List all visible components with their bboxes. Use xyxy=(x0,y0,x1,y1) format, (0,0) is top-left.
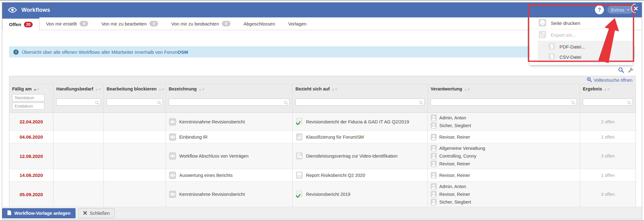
workflow-row[interactable]: 04.06.2020Einbindung IRKlassifizierung f… xyxy=(9,131,636,143)
workflow-row[interactable]: 05.09.2020Kenntnisnahme Revisionsbericht… xyxy=(9,182,636,207)
workflow-eye-icon xyxy=(169,118,176,126)
responsible-person: Allgemeine Verwaltung xyxy=(431,145,577,152)
chart-icon xyxy=(295,133,303,141)
tab-abgeschlossen[interactable]: Abgeschlossen xyxy=(237,17,282,30)
startdate-filter-input[interactable] xyxy=(12,94,44,101)
tab-label: Von mir erstellt xyxy=(46,21,77,26)
column-header-bezieht-sich-auf[interactable]: Bezieht sich auf xyxy=(293,84,428,93)
fulltext-search-toggle[interactable]: Volltextsuche öffnen xyxy=(9,76,636,84)
workflow-eye-icon xyxy=(169,152,176,160)
ergebnis-filter-input[interactable] xyxy=(583,99,633,106)
workflow-name[interactable]: Kenntnisnahme Revisionsbericht xyxy=(179,192,245,197)
workflow-name[interactable]: Workflow Abschluss von Verträgen xyxy=(179,154,249,159)
screen-top-edge xyxy=(0,0,644,1)
workflow-name[interactable]: Auswertung eines Berichts xyxy=(179,173,233,178)
bearbeitung-blockieren-cell xyxy=(104,143,166,169)
workflow-eye-icon xyxy=(169,133,176,141)
bearbeitung-blockieren-cell xyxy=(104,113,166,131)
workflow-name[interactable]: Einbindung IR xyxy=(179,135,208,140)
workflow-table: Fällig am Handlungsbedarf Bearbeitung bl… xyxy=(9,84,636,219)
close-button[interactable] xyxy=(631,3,641,13)
tab-offen[interactable]: Offen20 xyxy=(2,17,39,30)
responsible-person: Revisor, Reiner xyxy=(431,172,577,179)
workflow-row[interactable]: 22.04.2020Kenntnisnahme Revisionsbericht… xyxy=(9,113,636,131)
fulltext-label: Volltextsuche öffnen xyxy=(594,78,633,83)
column-header-faellig-am[interactable]: Fällig am xyxy=(9,84,53,93)
bearbeitung-blockieren-cell xyxy=(104,182,166,207)
info-icon: i xyxy=(13,49,19,55)
due-date: 05.09.2020 xyxy=(20,192,43,197)
tab-von-mir-erstellt[interactable]: Von mir erstellt0 xyxy=(39,17,95,30)
workflow-reference[interactable]: Dienstleistungsvertrag zur Video-Identif… xyxy=(306,154,398,159)
table-tools xyxy=(618,67,634,73)
pdf-file-icon: A xyxy=(548,43,555,51)
magnifier-icon[interactable] xyxy=(618,67,624,73)
tab-label: Abgeschlossen xyxy=(244,21,275,26)
column-header-bearbeitung-blockieren[interactable]: Bearbeitung blockieren xyxy=(104,84,166,93)
responsible-person: Admin, Anton xyxy=(431,183,577,190)
tab-von-mir-zu-beobachten[interactable]: Von mir zu beobachten0 xyxy=(165,17,237,30)
column-header-ergebnis[interactable]: Ergebnis xyxy=(580,84,636,93)
workflow-name[interactable]: Kenntnisnahme Revisionsbericht xyxy=(179,119,245,124)
help-button[interactable]: ? xyxy=(595,5,604,14)
tab-label: Von mir zu bearbeiten xyxy=(101,21,147,26)
result-count: 3 offen xyxy=(601,192,614,197)
create-workflow-template-button[interactable]: Workflow-Vorlage anlegen xyxy=(2,208,75,218)
bezieht-filter-input[interactable] xyxy=(295,99,425,106)
result-count: 3 offen xyxy=(601,154,614,159)
column-header-bezeichnung[interactable]: Bezeichnung xyxy=(166,84,293,93)
workflow-reference[interactable]: Revisionsbericht 2019 xyxy=(306,192,350,197)
workflow-reference[interactable]: Report Risikobericht Q2 2020 xyxy=(306,173,365,178)
workflows-dialog: Workflows ? Extras Offen20Von mir erstel… xyxy=(2,2,642,219)
wrench-icon[interactable] xyxy=(628,67,634,73)
printer-icon xyxy=(538,19,546,28)
menu-item-csv[interactable]: x CSV-Datei xyxy=(538,52,633,62)
workflow-row[interactable]: 14.08.2020Auswertung eines BerichtsRepor… xyxy=(9,169,636,182)
sort-icons xyxy=(332,89,337,90)
handlungsbedarf-cell xyxy=(53,182,104,207)
bearbeitung-filter-input[interactable] xyxy=(107,99,163,106)
table-header-row: Fällig am Handlungsbedarf Bearbeitung bl… xyxy=(9,84,636,93)
column-header-handlungsbedarf[interactable]: Handlungsbedarf xyxy=(53,84,104,93)
workflow-eye-icon xyxy=(169,171,176,179)
tab-von-mir-zu-bearbeiten[interactable]: Von mir zu bearbeiten0 xyxy=(95,17,165,30)
document-check-icon xyxy=(295,190,303,199)
handlungsbedarf-filter-input[interactable] xyxy=(56,99,101,106)
svg-text:A: A xyxy=(551,46,553,48)
document-check-icon xyxy=(295,117,303,126)
menu-item-pdf[interactable]: A PDF-Datei... xyxy=(538,42,633,52)
window-title: Workflows xyxy=(21,7,50,13)
person-icon xyxy=(431,199,437,205)
workflow-reference[interactable]: Klassifizierung für ForumISM xyxy=(306,135,364,140)
chevron-down-icon xyxy=(627,9,630,11)
sort-icons xyxy=(464,89,470,90)
column-header-verantwortung[interactable]: Verantwortung xyxy=(428,84,580,93)
tab-count-badge: 0 xyxy=(80,21,88,26)
menu-item-print[interactable]: Seite drucken xyxy=(530,17,633,29)
report-icon xyxy=(295,171,303,179)
extras-button[interactable]: Extras xyxy=(607,6,633,14)
close-x-icon xyxy=(631,3,641,13)
tab-vorlagen[interactable]: Vorlagen xyxy=(281,17,313,30)
workflow-row[interactable]: 12.08.2020Workflow Abschluss von Verträg… xyxy=(9,143,636,169)
contract-icon xyxy=(295,152,303,160)
bezeichnung-filter-input[interactable] xyxy=(169,99,290,106)
workflow-eye-icon xyxy=(169,190,176,198)
person-icon xyxy=(431,183,437,190)
close-dialog-button[interactable]: Schließen xyxy=(78,208,115,218)
sort-icons xyxy=(199,89,204,90)
person-icon xyxy=(431,134,437,140)
sort-icons xyxy=(604,89,610,90)
workflow-reference[interactable]: Revisionsbericht der Fiducia & GAD IT AG… xyxy=(306,119,409,124)
verantwortung-filter-input[interactable] xyxy=(431,99,577,106)
enddate-filter-input[interactable] xyxy=(12,103,44,110)
title-bar: Workflows xyxy=(2,2,642,17)
handlungsbedarf-cell xyxy=(53,143,104,169)
responsible-person: Revisor, Reiner xyxy=(431,134,577,140)
result-count: 2 offen xyxy=(601,119,614,124)
tab-count-badge: 0 xyxy=(149,21,158,26)
due-date: 14.08.2020 xyxy=(20,173,43,178)
responsible-person: Controlling, Conny xyxy=(431,153,577,159)
tab-label: Vorlagen xyxy=(288,21,306,26)
extras-label: Extras xyxy=(611,7,624,12)
